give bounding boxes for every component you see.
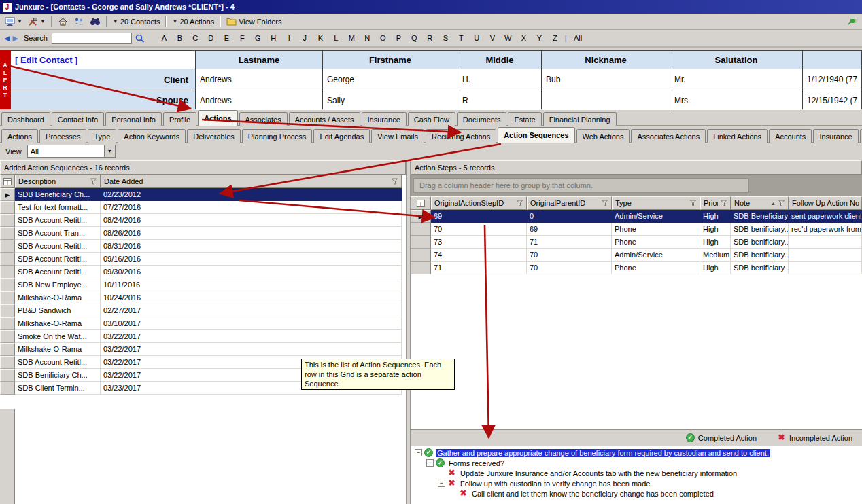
tab-primary[interactable]: Dashboard (1, 112, 50, 126)
tab-primary[interactable]: Estate (508, 112, 541, 126)
col-header-original-step-id[interactable]: OriginalActionStepID (431, 196, 527, 210)
home-button[interactable] (56, 15, 70, 29)
tab-primary[interactable]: Insurance (362, 112, 407, 126)
row-selector[interactable] (0, 317, 15, 330)
step-row[interactable]: 74 70 Admin/Service Medium SDB benificia… (411, 249, 862, 262)
row-selector[interactable] (0, 291, 15, 304)
sequence-row[interactable]: Test for text formatt... 07/27/2016 (0, 201, 402, 214)
sequence-row[interactable]: SDB Account Retitl... 08/24/2016 (0, 214, 402, 227)
views-button[interactable]: ▼ (3, 15, 24, 29)
alpha-letter[interactable]: C (188, 34, 203, 42)
row-selector[interactable] (411, 249, 431, 262)
actions-count-button[interactable]: ▼ 20 Actions (170, 15, 216, 29)
tab-secondary[interactable]: Insurance (813, 129, 858, 143)
view-select[interactable]: All ▼ (27, 145, 116, 158)
tab-secondary[interactable]: Web Actions (576, 129, 630, 143)
alpha-letter[interactable]: O (375, 34, 391, 42)
alpha-letter[interactable]: F (235, 34, 250, 42)
step-row[interactable]: ▶ 69 0 Admin/Service High SDB Beneficiar… (411, 210, 862, 223)
col-header-description[interactable]: Description (15, 175, 101, 188)
tab-secondary[interactable]: Action Sequences (498, 127, 574, 143)
alpha-letter[interactable]: W (500, 34, 516, 42)
col-header-followup-note[interactable]: Follow Up Action Note (789, 196, 862, 210)
tree-item[interactable]: Call client and let them know the benefi… (415, 488, 862, 499)
alpha-letter[interactable]: K (313, 34, 328, 42)
alpha-letter[interactable]: U (469, 34, 485, 42)
tab-secondary[interactable]: Accounts (769, 129, 812, 143)
tab-secondary[interactable]: Actions (1, 129, 38, 143)
alpha-letter[interactable]: G (250, 34, 266, 42)
filter-icon[interactable] (516, 200, 523, 206)
sequence-row[interactable]: SDB Account Retitl... 09/16/2016 (0, 253, 402, 266)
row-selector[interactable]: ▶ (411, 210, 431, 223)
row-selector[interactable] (0, 253, 15, 266)
tab-secondary[interactable]: Deliverables (187, 129, 241, 143)
row-selector[interactable] (0, 201, 15, 214)
group-by-bar[interactable]: Drag a column header here to group by th… (411, 175, 862, 196)
row-selector[interactable] (0, 330, 15, 343)
alpha-letter[interactable]: D (203, 34, 219, 42)
filter-icon[interactable] (90, 178, 97, 185)
alpha-letter[interactable]: E (219, 34, 235, 42)
alpha-letter[interactable]: T (453, 34, 469, 42)
tab-secondary[interactable]: Type (88, 129, 116, 143)
alpha-letter[interactable]: I (281, 34, 297, 42)
tab-primary[interactable]: Financial Planning (543, 112, 617, 126)
tab-primary[interactable]: Documents (457, 112, 507, 126)
tree-item[interactable]: Follow up with custodian to verify chang… (415, 478, 862, 488)
row-selector[interactable] (0, 304, 15, 317)
panel-splitter[interactable] (406, 160, 411, 504)
col-header-prior[interactable]: Prior (700, 196, 731, 210)
alpha-letter[interactable]: R (422, 34, 438, 42)
alpha-letter[interactable]: Q (407, 34, 422, 42)
tab-secondary[interactable]: Edit Agendas (313, 129, 370, 143)
connection-button[interactable] (844, 15, 859, 29)
search-input[interactable] (52, 33, 132, 44)
collapse-icon[interactable] (426, 459, 434, 467)
tab-secondary[interactable]: Action Keywords (118, 129, 186, 143)
collapse-icon[interactable] (438, 480, 445, 487)
sequence-row[interactable]: Smoke On the Wat... 03/22/2017 (0, 330, 402, 343)
contacts-count-button[interactable]: ▼ 20 Contacts (111, 15, 162, 29)
alpha-letter[interactable]: V (485, 34, 500, 42)
search-go-button[interactable] (135, 33, 145, 43)
row-selector[interactable] (0, 266, 15, 278)
step-row[interactable]: 73 71 Phone High SDB benificiary... (411, 236, 862, 249)
row-selector[interactable] (0, 278, 15, 291)
row-selector[interactable] (411, 223, 431, 236)
tab-primary[interactable]: Cash Flow (408, 112, 455, 126)
tab-primary[interactable]: Accounts / Assets (289, 112, 360, 126)
row-selector[interactable]: ▶ (0, 188, 15, 201)
tree-item[interactable]: Gather and prepare appropriate change of… (415, 448, 862, 458)
contacts-button[interactable] (71, 15, 86, 29)
sequence-row[interactable]: SDB New Employe... 10/11/2016 (0, 278, 402, 291)
row-selector[interactable] (0, 240, 15, 253)
alpha-letter[interactable]: A (156, 34, 172, 42)
step-row[interactable]: 71 70 Phone High SDB benificiary... (411, 262, 862, 274)
alpha-letter[interactable]: H (266, 34, 281, 42)
alpha-letter[interactable]: Z (547, 34, 563, 42)
alpha-letter[interactable]: M (344, 34, 360, 42)
edit-contact-link[interactable]: [ Edit Contact ] (11, 51, 195, 69)
row-selector[interactable] (0, 227, 15, 240)
sequence-row[interactable]: Milkshake-O-Rama 10/24/2016 (0, 291, 402, 304)
filter-icon[interactable] (391, 178, 398, 185)
alpha-letter[interactable]: N (360, 34, 375, 42)
row-selector[interactable] (0, 382, 15, 395)
col-header-date-added[interactable]: Date Added (101, 175, 402, 188)
step-row[interactable]: 70 69 Phone High SDB benificiary... rec'… (411, 223, 862, 236)
tab-secondary[interactable]: Associates Actions (631, 129, 706, 143)
col-header-type[interactable]: Type (612, 196, 700, 210)
tab-primary[interactable]: Personal Info (105, 112, 162, 126)
row-selector[interactable] (0, 343, 15, 356)
alpha-letter[interactable]: B (172, 34, 188, 42)
alpha-letter[interactable]: X (516, 34, 532, 42)
tools-button[interactable]: ▼ (26, 15, 48, 29)
sequence-row[interactable]: PB&J Sandwich 02/27/2017 (0, 304, 402, 317)
sequence-row[interactable]: SDB Account Tran... 08/26/2016 (0, 227, 402, 240)
alpha-letter[interactable]: J (297, 34, 313, 42)
tree-item[interactable]: Forms received? (415, 458, 862, 468)
tab-primary[interactable]: Actions (198, 110, 237, 126)
filter-icon[interactable] (601, 200, 608, 206)
tab-secondary[interactable]: Processes (39, 129, 86, 143)
